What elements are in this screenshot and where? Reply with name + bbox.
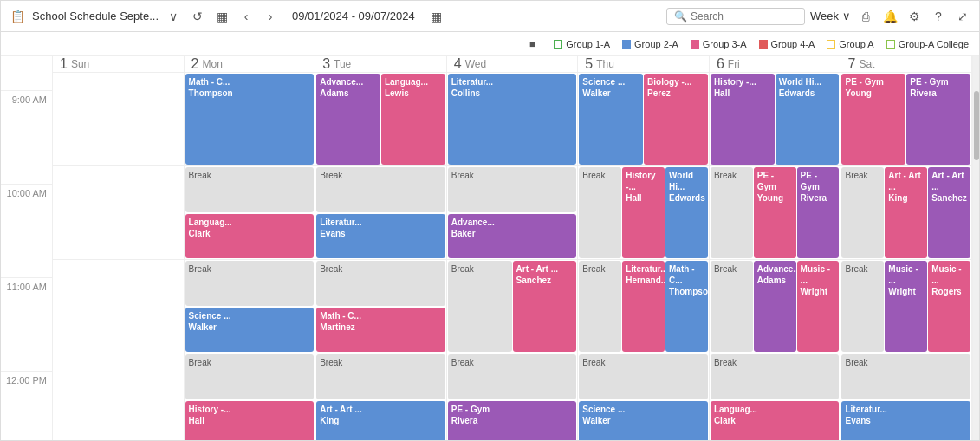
event-sat-mus1[interactable]: Music - ...Wright — [885, 261, 927, 352]
time-band-sat-1000: Break Art - Art ...King Art - Art ...San… — [840, 166, 971, 260]
time-band-sat-1200: Break Literatur...Evans — [840, 353, 971, 440]
event-sat-art1[interactable]: Art - Art ...King — [885, 167, 927, 258]
event-fri-mus[interactable]: Music - ...Wright — [797, 261, 840, 352]
event-mon-lang[interactable]: Languag...Clark — [185, 214, 315, 259]
event-mon-hist[interactable]: History -...Hall — [185, 401, 315, 441]
legend-groupac: Group-A College — [886, 39, 969, 49]
scrollbar[interactable] — [972, 56, 979, 440]
legend-dot-g1 — [554, 40, 562, 49]
time-band-fri-1200: Break Languag...Clark — [710, 353, 840, 440]
event-mon-break1[interactable]: Break — [185, 167, 315, 212]
event-mon-sci[interactable]: Science ...Walker — [185, 308, 315, 353]
event-thu-hist[interactable]: History -...Hall — [622, 167, 665, 258]
event-fri-pe1[interactable]: PE - GymYoung — [754, 167, 796, 258]
search-icon: 🔍 — [674, 10, 687, 23]
day-col-thu: 5 Thu Science ...Walker Biology -...Pere… — [578, 56, 710, 440]
event-mon-break2[interactable]: Break — [185, 261, 315, 306]
app-title: School Schedule Septe... — [32, 10, 159, 23]
legend-dot-g3 — [691, 40, 699, 49]
grid-view-icon[interactable]: ▦ — [212, 7, 231, 26]
event-thu-bio[interactable]: Biology -...Perez — [644, 74, 708, 165]
event-tue-break2[interactable]: Break — [316, 261, 445, 306]
event-thu-break2[interactable]: Break — [579, 261, 621, 352]
day-num-sun: 1 — [60, 56, 68, 72]
event-sat-break3[interactable]: Break — [841, 354, 970, 399]
event-fri-world[interactable]: World Hi...Edwards — [776, 74, 840, 165]
event-sat-pe2[interactable]: PE - GymRivera — [906, 74, 970, 165]
calendar-doc-icon: 📋 — [8, 7, 27, 26]
expand-icon[interactable]: ⤢ — [953, 7, 972, 26]
event-thu-world[interactable]: World Hi...Edwards — [665, 167, 708, 258]
event-wed-art[interactable]: Art - Art ...Sanchez — [513, 261, 577, 352]
event-wed-pe[interactable]: PE - GymRivera — [448, 401, 577, 441]
day-header-thu: 5 Thu — [578, 56, 709, 73]
event-fri-break1[interactable]: Break — [711, 167, 753, 258]
week-selector[interactable]: Week ∨ — [810, 10, 851, 23]
time-band-wed-1200: Break PE - GymRivera — [447, 353, 578, 440]
event-thu-math[interactable]: Math - C...Thompson — [665, 261, 708, 352]
event-fri-hist[interactable]: History -...Hall — [711, 74, 775, 165]
event-wed-break3[interactable]: Break — [448, 354, 577, 399]
day-name-sat: Sat — [859, 58, 874, 70]
search-box[interactable]: 🔍 — [666, 8, 805, 25]
time-label-1100: 11:00 AM — [1, 278, 52, 372]
event-fri-pe2[interactable]: PE - GymRivera — [797, 167, 840, 258]
event-tue-art[interactable]: Art - Art ...King — [316, 401, 445, 441]
event-sat-mus2[interactable]: Music - ...Rogers — [928, 261, 970, 352]
event-tue-break3[interactable]: Break — [316, 354, 445, 399]
day-num-sat: 7 — [847, 56, 855, 72]
legend-label-g3: Group 3-A — [703, 39, 747, 49]
day-header-wed: 4 Wed — [447, 56, 578, 73]
gear-icon[interactable]: ⚙ — [905, 7, 924, 26]
event-tue-lit[interactable]: Literatur...Evans — [316, 214, 445, 259]
bell-icon[interactable]: 🔔 — [880, 7, 899, 26]
event-thu-lit[interactable]: Literatur...Hernand... — [622, 261, 665, 352]
event-sat-lit[interactable]: Literatur...Evans — [841, 401, 970, 441]
day-name-sun: Sun — [71, 58, 89, 70]
day-name-wed: Wed — [465, 58, 486, 70]
event-sat-pe1[interactable]: PE - GymYoung — [841, 74, 905, 165]
print-icon[interactable]: ⎙ — [856, 7, 875, 26]
event-tue-adv[interactable]: Advance...Adams — [316, 74, 380, 165]
event-tue-lang[interactable]: Languag...Lewis — [381, 74, 445, 165]
app-container: 📋 School Schedule Septe... ∨ ↺ ▦ ‹ › 09/… — [0, 0, 980, 441]
event-tue-math[interactable]: Math - C...Martinez — [316, 308, 445, 353]
day-body-fri: History -...Hall World Hi...Edwards Brea… — [710, 73, 840, 440]
event-wed-lit[interactable]: Literatur...Collins — [448, 74, 577, 165]
event-mon-break3[interactable]: Break — [185, 354, 315, 399]
search-input[interactable] — [691, 10, 795, 23]
event-fri-break2[interactable]: Break — [711, 261, 753, 352]
time-band-tue-1000: Break Literatur...Evans — [315, 166, 446, 260]
event-wed-adv[interactable]: Advance...Baker — [448, 214, 577, 259]
event-tue-break1[interactable]: Break — [316, 167, 445, 212]
event-sat-art2[interactable]: Art - Art ...Sanchez — [928, 167, 970, 258]
event-wed-break2[interactable]: Break — [448, 261, 512, 352]
event-thu-break1[interactable]: Break — [579, 167, 621, 258]
event-fri-break3[interactable]: Break — [711, 354, 840, 399]
event-sat-break2[interactable]: Break — [841, 261, 884, 352]
event-thu-break3[interactable]: Break — [579, 354, 708, 399]
prev-icon[interactable]: ‹ — [237, 7, 256, 26]
event-mon-math[interactable]: Math - C...Thompson — [185, 74, 315, 165]
date-picker-icon[interactable]: ▦ — [427, 7, 446, 26]
event-wed-break1[interactable]: Break — [448, 167, 577, 212]
title-chevron-icon[interactable]: ∨ — [164, 7, 183, 26]
day-num-fri: 6 — [717, 56, 724, 72]
event-fri-lang[interactable]: Languag...Clark — [711, 401, 840, 441]
next-icon[interactable]: › — [261, 7, 280, 26]
legend-group1a: Group 1-A — [554, 39, 610, 49]
event-sat-break1[interactable]: Break — [841, 167, 884, 258]
time-column: 9:00 AM 10:00 AM 11:00 AM 12:00 PM — [1, 56, 53, 440]
week-chevron-icon[interactable]: ∨ — [842, 10, 851, 23]
event-fri-adv[interactable]: Advance...Adams — [754, 261, 796, 352]
days-container: 1 Sun 2 Mon Math - C...Thom — [53, 56, 972, 440]
scrollbar-thumb[interactable] — [974, 91, 979, 160]
time-band-mon-1100: Break Science ...Walker — [185, 260, 315, 353]
help-icon[interactable]: ? — [929, 7, 948, 26]
refresh-icon[interactable]: ↺ — [188, 7, 207, 26]
time-band-fri-1000: Break PE - GymYoung PE - GymRivera — [710, 166, 840, 260]
legend-label-g2: Group 2-A — [634, 39, 678, 49]
day-num-mon: 2 — [191, 56, 199, 72]
event-thu-sci[interactable]: Science ...Walker — [579, 74, 643, 165]
event-thu-sci2[interactable]: Science ...Walker — [579, 401, 708, 441]
